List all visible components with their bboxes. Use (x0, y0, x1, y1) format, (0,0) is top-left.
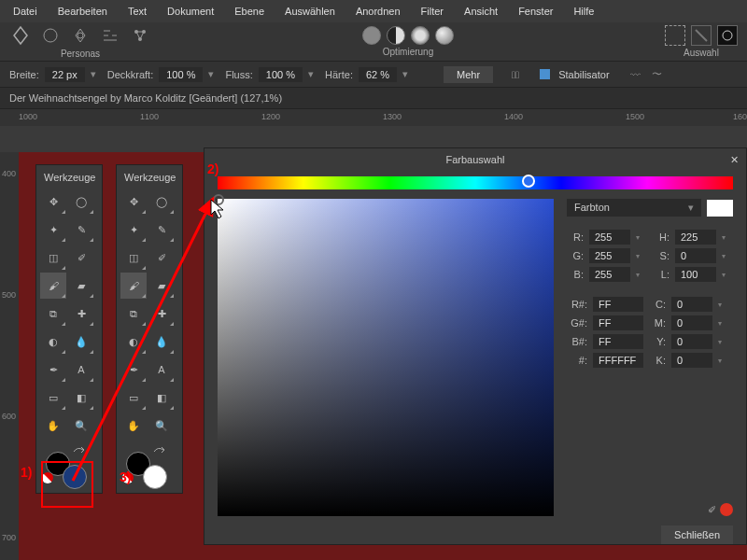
breite-value[interactable]: 22 px (45, 67, 85, 82)
hue-slider[interactable] (218, 176, 733, 189)
l-input[interactable]: 100 (675, 267, 716, 282)
menu-fenster[interactable]: Fenster (518, 6, 553, 17)
chevron-down-icon[interactable]: ▾ (636, 233, 647, 242)
menu-datei[interactable]: Datei (13, 6, 37, 17)
bhex-input[interactable]: FF (593, 334, 643, 349)
y-input[interactable]: 0 (671, 334, 712, 349)
hue-handle[interactable] (522, 175, 535, 188)
eyedropper-icon[interactable]: ✐ (708, 504, 716, 516)
chevron-down-icon[interactable]: ▾ (722, 233, 733, 242)
brush-settings-icon[interactable]: ◯⃪ (512, 69, 519, 80)
zoom-tool[interactable]: 🔍 (68, 413, 94, 439)
menu-filter[interactable]: Filter (421, 6, 444, 17)
opt-4-icon[interactable] (435, 26, 454, 45)
rhex-input[interactable]: FF (593, 297, 643, 312)
chevron-down-icon[interactable]: ▾ (636, 271, 647, 279)
crop-tool[interactable]: ◫ (120, 245, 147, 271)
eyedropper-tool[interactable]: ✐ (148, 245, 175, 271)
text-tool[interactable]: A (148, 357, 175, 383)
opt-1-icon[interactable] (362, 26, 381, 45)
schliessen-button[interactable]: Schließen (661, 525, 733, 544)
mehr-button[interactable]: Mehr (444, 66, 493, 83)
r-input[interactable]: 255 (589, 230, 630, 245)
sel-refine-icon[interactable] (717, 25, 738, 46)
lasso-tool[interactable]: ◯ (68, 189, 94, 215)
selection-brush-tool[interactable]: ✦ (40, 217, 66, 243)
hand-tool[interactable]: ✋ (120, 413, 147, 439)
eyedropper-tool[interactable]: ✐ (68, 245, 94, 271)
menu-ansicht[interactable]: Ansicht (464, 6, 498, 17)
paint-brush-tool[interactable]: 🖌 (120, 273, 147, 299)
crop-tool[interactable]: ◫ (40, 245, 66, 271)
persona-export-icon[interactable] (129, 24, 151, 47)
opt-3-icon[interactable] (411, 26, 430, 45)
chevron-down-icon[interactable]: ▾ (308, 68, 314, 80)
swatch-bg[interactable] (143, 465, 167, 489)
chevron-down-icon[interactable]: ▾ (402, 68, 408, 80)
zoom-tool[interactable]: 🔍 (148, 413, 175, 439)
close-icon[interactable]: ✕ (730, 154, 739, 166)
persona-develop-icon[interactable] (69, 24, 92, 47)
m-input[interactable]: 0 (671, 315, 712, 330)
sel-marquee-icon[interactable] (665, 25, 685, 46)
move-tool[interactable]: ✥ (40, 189, 66, 215)
lasso-tool[interactable]: ◯ (148, 189, 175, 215)
persona-tone-icon[interactable] (99, 24, 121, 47)
dodge-tool[interactable]: ◐ (40, 329, 66, 355)
text-tool[interactable]: A (68, 357, 94, 383)
menu-text[interactable]: Text (128, 6, 147, 17)
curve2-icon[interactable]: 〜 (652, 67, 662, 81)
curve-icon[interactable]: 〰 (630, 69, 641, 80)
menu-anordnen[interactable]: Anordnen (356, 6, 401, 17)
fill-tool[interactable]: ▰ (148, 273, 175, 299)
chevron-down-icon[interactable]: ▾ (208, 68, 214, 80)
h-input[interactable]: 225 (675, 230, 716, 245)
c-input[interactable]: 0 (671, 297, 712, 312)
chevron-down-icon[interactable]: ▾ (718, 357, 729, 365)
persona-photo-icon[interactable] (9, 24, 32, 47)
chevron-down-icon[interactable]: ▾ (718, 301, 729, 309)
haerte-value[interactable]: 62 % (359, 67, 397, 82)
clone-tool[interactable]: ⧉ (120, 301, 147, 327)
heal-tool[interactable]: ✚ (148, 301, 175, 327)
sv-handle[interactable] (213, 194, 224, 205)
shape-tool[interactable]: ▭ (120, 385, 147, 411)
flood-select-tool[interactable]: ✎ (148, 217, 175, 243)
gradient-tool[interactable]: ◧ (148, 385, 175, 411)
stabilisator-checkbox[interactable] (540, 69, 550, 79)
menu-auswaehlen[interactable]: Auswählen (285, 6, 335, 17)
chevron-down-icon[interactable]: ▾ (91, 68, 96, 80)
b-input[interactable]: 255 (589, 267, 630, 282)
fluss-value[interactable]: 100 % (259, 67, 303, 82)
fill-tool[interactable]: ▰ (68, 273, 94, 299)
paint-brush-tool[interactable]: 🖌 (40, 273, 66, 299)
heal-tool[interactable]: ✚ (68, 301, 94, 327)
pen-tool[interactable]: ✒ (40, 357, 66, 383)
dodge-tool[interactable]: ◐ (120, 329, 147, 355)
menu-bearbeiten[interactable]: Bearbeiten (58, 6, 107, 17)
g-input[interactable]: 255 (589, 248, 630, 263)
ghex-input[interactable]: FF (593, 315, 643, 330)
flood-select-tool[interactable]: ✎ (68, 217, 94, 243)
hex-input[interactable]: FFFFFF (593, 353, 643, 368)
shape-tool[interactable]: ▭ (40, 385, 66, 411)
chevron-down-icon[interactable]: ▾ (636, 252, 647, 260)
menu-dokument[interactable]: Dokument (167, 6, 214, 17)
color-mode-dropdown[interactable]: Farbton ▾ (567, 199, 701, 217)
blur-tool[interactable]: 💧 (68, 329, 94, 355)
saturation-value-box[interactable] (218, 199, 554, 516)
blur-tool[interactable]: 💧 (148, 329, 175, 355)
opt-2-icon[interactable] (387, 26, 405, 45)
persona-liquify-icon[interactable] (39, 24, 62, 47)
move-tool[interactable]: ✥ (120, 189, 147, 215)
k-input[interactable]: 0 (671, 353, 712, 368)
gradient-tool[interactable]: ◧ (68, 385, 94, 411)
chevron-down-icon[interactable]: ▾ (722, 271, 733, 279)
sel-freehand-icon[interactable] (691, 25, 712, 46)
chevron-down-icon[interactable]: ▾ (718, 319, 729, 328)
chevron-down-icon[interactable]: ▾ (722, 252, 733, 260)
selection-brush-tool[interactable]: ✦ (120, 217, 147, 243)
menu-ebene[interactable]: Ebene (234, 6, 264, 17)
clone-tool[interactable]: ⧉ (40, 301, 66, 327)
pen-tool[interactable]: ✒ (120, 357, 147, 383)
